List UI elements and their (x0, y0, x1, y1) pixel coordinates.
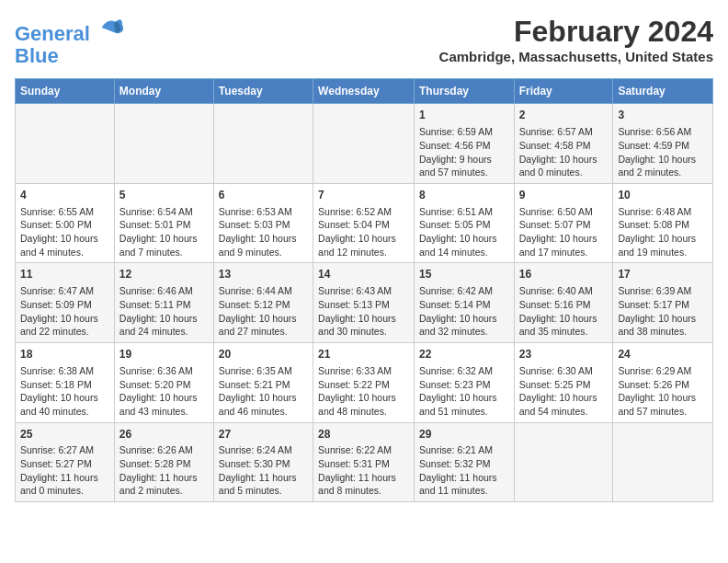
day-info: Sunrise: 6:53 AM Sunset: 5:03 PM Dayligh… (219, 205, 308, 259)
title-block: February 2024 Cambridge, Massachusetts, … (439, 15, 713, 64)
day-info: Sunrise: 6:32 AM Sunset: 5:23 PM Dayligh… (419, 364, 509, 419)
day-number: 29 (419, 427, 509, 442)
calendar-cell (613, 422, 713, 502)
day-info: Sunrise: 6:48 AM Sunset: 5:08 PM Dayligh… (618, 205, 708, 259)
day-info: Sunrise: 6:30 AM Sunset: 5:25 PM Dayligh… (519, 364, 609, 419)
day-number: 10 (618, 188, 708, 203)
main-title: February 2024 (439, 15, 713, 49)
day-number: 3 (618, 108, 708, 123)
day-number: 5 (119, 188, 209, 203)
calendar-week-row: 18Sunrise: 6:38 AM Sunset: 5:18 PM Dayli… (16, 343, 713, 423)
day-info: Sunrise: 6:46 AM Sunset: 5:11 PM Dayligh… (119, 284, 209, 339)
calendar-week-row: 25Sunrise: 6:27 AM Sunset: 5:27 PM Dayli… (16, 422, 713, 502)
calendar-cell: 3Sunrise: 6:56 AM Sunset: 4:59 PM Daylig… (613, 104, 713, 184)
day-number: 27 (219, 427, 308, 442)
calendar-cell: 16Sunrise: 6:40 AM Sunset: 5:16 PM Dayli… (514, 263, 613, 343)
calendar-cell: 6Sunrise: 6:53 AM Sunset: 5:03 PM Daylig… (213, 183, 313, 263)
day-info: Sunrise: 6:36 AM Sunset: 5:20 PM Dayligh… (119, 364, 209, 419)
day-number: 12 (119, 267, 209, 282)
day-number: 14 (318, 267, 409, 282)
day-number: 4 (20, 188, 109, 203)
day-number: 11 (20, 267, 109, 282)
calendar-week-row: 11Sunrise: 6:47 AM Sunset: 5:09 PM Dayli… (16, 263, 713, 343)
day-info: Sunrise: 6:35 AM Sunset: 5:21 PM Dayligh… (219, 364, 308, 419)
day-info: Sunrise: 6:42 AM Sunset: 5:14 PM Dayligh… (419, 284, 509, 339)
day-info: Sunrise: 6:50 AM Sunset: 5:07 PM Dayligh… (519, 205, 609, 259)
calendar-table: SundayMondayTuesdayWednesdayThursdayFrid… (15, 78, 713, 502)
day-info: Sunrise: 6:55 AM Sunset: 5:00 PM Dayligh… (20, 205, 109, 259)
day-info: Sunrise: 6:27 AM Sunset: 5:27 PM Dayligh… (20, 443, 109, 498)
day-number: 9 (519, 188, 609, 203)
day-number: 24 (618, 347, 708, 362)
weekday-header: Monday (114, 79, 213, 104)
day-info: Sunrise: 6:29 AM Sunset: 5:26 PM Dayligh… (618, 364, 708, 419)
weekday-header: Friday (514, 79, 613, 104)
calendar-cell: 21Sunrise: 6:33 AM Sunset: 5:22 PM Dayli… (313, 343, 415, 423)
calendar-week-row: 4Sunrise: 6:55 AM Sunset: 5:00 PM Daylig… (16, 183, 713, 263)
day-info: Sunrise: 6:39 AM Sunset: 5:17 PM Dayligh… (618, 284, 708, 339)
calendar-cell: 14Sunrise: 6:43 AM Sunset: 5:13 PM Dayli… (313, 263, 415, 343)
day-number: 7 (318, 188, 409, 203)
day-number: 8 (419, 188, 509, 203)
day-number: 6 (219, 188, 308, 203)
day-info: Sunrise: 6:56 AM Sunset: 4:59 PM Dayligh… (618, 125, 708, 179)
calendar-cell: 12Sunrise: 6:46 AM Sunset: 5:11 PM Dayli… (114, 263, 213, 343)
logo-icon (98, 15, 124, 40)
calendar-cell: 7Sunrise: 6:52 AM Sunset: 5:04 PM Daylig… (313, 183, 415, 263)
day-info: Sunrise: 6:52 AM Sunset: 5:04 PM Dayligh… (318, 205, 409, 259)
logo-text: General (15, 15, 124, 45)
page-header: General Blue February 2024 Cambridge, Ma… (15, 15, 713, 67)
calendar-cell: 17Sunrise: 6:39 AM Sunset: 5:17 PM Dayli… (613, 263, 713, 343)
calendar-week-row: 1Sunrise: 6:59 AM Sunset: 4:56 PM Daylig… (16, 104, 713, 184)
day-number: 18 (20, 347, 109, 362)
calendar-cell: 11Sunrise: 6:47 AM Sunset: 5:09 PM Dayli… (16, 263, 115, 343)
day-number: 22 (419, 347, 509, 362)
day-number: 26 (119, 427, 209, 442)
calendar-cell: 13Sunrise: 6:44 AM Sunset: 5:12 PM Dayli… (213, 263, 313, 343)
day-info: Sunrise: 6:57 AM Sunset: 4:58 PM Dayligh… (519, 125, 609, 179)
day-info: Sunrise: 6:26 AM Sunset: 5:28 PM Dayligh… (119, 443, 209, 498)
day-number: 23 (519, 347, 609, 362)
calendar-cell: 10Sunrise: 6:48 AM Sunset: 5:08 PM Dayli… (613, 183, 713, 263)
calendar-cell (213, 104, 313, 184)
calendar-header: SundayMondayTuesdayWednesdayThursdayFrid… (16, 79, 713, 104)
subtitle: Cambridge, Massachusetts, United States (439, 49, 713, 64)
calendar-cell: 20Sunrise: 6:35 AM Sunset: 5:21 PM Dayli… (213, 343, 313, 423)
day-info: Sunrise: 6:47 AM Sunset: 5:09 PM Dayligh… (20, 284, 109, 339)
day-info: Sunrise: 6:33 AM Sunset: 5:22 PM Dayligh… (318, 364, 409, 419)
calendar-cell: 4Sunrise: 6:55 AM Sunset: 5:00 PM Daylig… (16, 183, 115, 263)
weekday-header: Sunday (16, 79, 115, 104)
day-info: Sunrise: 6:59 AM Sunset: 4:56 PM Dayligh… (419, 125, 509, 179)
logo: General Blue (15, 15, 124, 67)
calendar-cell: 1Sunrise: 6:59 AM Sunset: 4:56 PM Daylig… (414, 104, 514, 184)
calendar-cell: 5Sunrise: 6:54 AM Sunset: 5:01 PM Daylig… (114, 183, 213, 263)
day-number: 19 (119, 347, 209, 362)
weekday-header: Tuesday (213, 79, 313, 104)
day-info: Sunrise: 6:54 AM Sunset: 5:01 PM Dayligh… (119, 205, 209, 259)
calendar-cell (313, 104, 415, 184)
day-info: Sunrise: 6:44 AM Sunset: 5:12 PM Dayligh… (219, 284, 308, 339)
calendar-cell: 18Sunrise: 6:38 AM Sunset: 5:18 PM Dayli… (16, 343, 115, 423)
day-number: 28 (318, 427, 409, 442)
day-number: 15 (419, 267, 509, 282)
day-info: Sunrise: 6:40 AM Sunset: 5:16 PM Dayligh… (519, 284, 609, 339)
day-info: Sunrise: 6:43 AM Sunset: 5:13 PM Dayligh… (318, 284, 409, 339)
calendar-cell: 27Sunrise: 6:24 AM Sunset: 5:30 PM Dayli… (213, 422, 313, 502)
calendar-cell: 8Sunrise: 6:51 AM Sunset: 5:05 PM Daylig… (414, 183, 514, 263)
day-info: Sunrise: 6:38 AM Sunset: 5:18 PM Dayligh… (20, 364, 109, 419)
calendar-cell: 28Sunrise: 6:22 AM Sunset: 5:31 PM Dayli… (313, 422, 415, 502)
day-number: 2 (519, 108, 609, 123)
calendar-cell: 25Sunrise: 6:27 AM Sunset: 5:27 PM Dayli… (16, 422, 115, 502)
day-number: 1 (419, 108, 509, 123)
day-info: Sunrise: 6:24 AM Sunset: 5:30 PM Dayligh… (219, 443, 308, 498)
calendar-cell: 23Sunrise: 6:30 AM Sunset: 5:25 PM Dayli… (514, 343, 613, 423)
day-number: 20 (219, 347, 308, 362)
logo-text-blue: Blue (15, 45, 124, 67)
day-info: Sunrise: 6:21 AM Sunset: 5:32 PM Dayligh… (419, 443, 509, 498)
day-info: Sunrise: 6:51 AM Sunset: 5:05 PM Dayligh… (419, 205, 509, 259)
day-info: Sunrise: 6:22 AM Sunset: 5:31 PM Dayligh… (318, 443, 409, 498)
day-number: 25 (20, 427, 109, 442)
weekday-header: Saturday (613, 79, 713, 104)
day-number: 17 (618, 267, 708, 282)
calendar-cell: 22Sunrise: 6:32 AM Sunset: 5:23 PM Dayli… (414, 343, 514, 423)
